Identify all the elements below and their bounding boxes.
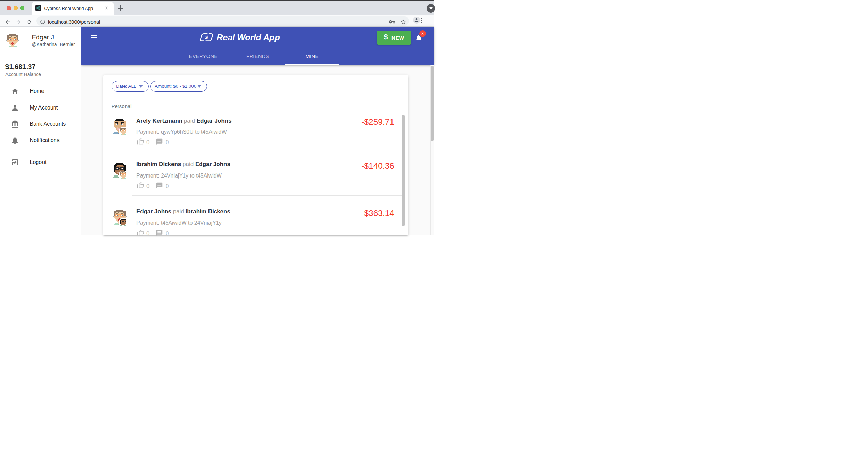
svg-text:$: $	[204, 35, 208, 40]
